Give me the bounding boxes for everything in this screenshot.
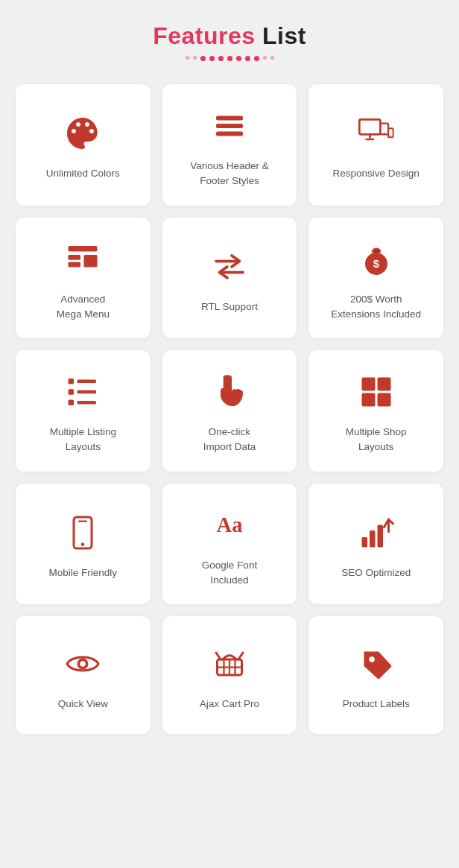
moneybag-icon: $ xyxy=(358,240,394,279)
card-product-labels-label: Product Labels xyxy=(343,697,410,712)
dot-7 xyxy=(236,56,241,61)
dot-5 xyxy=(218,56,224,61)
card-quick-view: Quick View xyxy=(15,615,151,735)
svg-rect-22 xyxy=(77,390,97,394)
card-responsive-design: Responsive Design xyxy=(308,83,444,206)
svg-rect-28 xyxy=(377,393,390,407)
dot-9 xyxy=(254,56,259,61)
svg-rect-1 xyxy=(216,124,243,128)
svg-rect-26 xyxy=(377,378,390,391)
palette-icon xyxy=(65,114,101,153)
card-rtl-support: RTL Support xyxy=(162,217,298,340)
page-wrapper: Features List Unlimited Col xyxy=(0,0,459,764)
svg-rect-35 xyxy=(377,525,383,547)
card-seo-optimized-label: SEO Optimized xyxy=(341,566,411,580)
features-header: Features List xyxy=(15,22,444,61)
svg-rect-0 xyxy=(216,116,243,121)
svg-rect-20 xyxy=(77,380,97,384)
svg-rect-5 xyxy=(365,139,374,141)
svg-rect-24 xyxy=(77,401,97,405)
svg-text:$: $ xyxy=(373,257,379,270)
svg-point-30 xyxy=(81,542,85,546)
card-header-footer-styles: Various Header &Footer Styles xyxy=(162,83,298,206)
responsive-icon xyxy=(358,114,394,153)
card-shop-layouts-label: Multiple ShopLayouts xyxy=(346,425,407,455)
card-listing-layouts: Multiple ListingLayouts xyxy=(15,349,151,472)
svg-point-9 xyxy=(390,136,391,137)
hamburger-icon xyxy=(212,107,247,145)
rtl-icon xyxy=(212,247,247,286)
card-responsive-design-label: Responsive Design xyxy=(333,166,420,181)
card-header-footer-styles-label: Various Header &Footer Styles xyxy=(190,159,269,189)
features-grid: Unlimited Colors Various Header &Footer … xyxy=(15,83,444,735)
card-unlimited-colors-label: Unlimited Colors xyxy=(46,166,120,181)
font-icon: Aa xyxy=(212,506,247,545)
header-dots-decoration xyxy=(15,56,444,61)
svg-rect-21 xyxy=(69,389,75,395)
svg-rect-23 xyxy=(69,400,75,406)
svg-rect-10 xyxy=(69,246,98,252)
card-google-font: Aa Google FontIncluded xyxy=(162,483,298,606)
card-mega-menu-label: AdvancedMega Menu xyxy=(57,292,110,323)
card-google-font-label: Google FontIncluded xyxy=(202,558,257,589)
svg-rect-25 xyxy=(361,378,375,391)
dot-10 xyxy=(263,56,267,60)
label-icon xyxy=(358,644,394,683)
title-accent: Features xyxy=(153,22,255,49)
dot-2 xyxy=(193,56,197,60)
card-rtl-support-label: RTL Support xyxy=(201,300,258,314)
seo-icon xyxy=(358,513,394,552)
svg-point-44 xyxy=(369,656,375,662)
svg-rect-19 xyxy=(69,378,75,384)
card-quick-view-label: Quick View xyxy=(58,697,108,712)
card-product-labels: Product Labels xyxy=(308,615,444,735)
svg-rect-12 xyxy=(69,262,81,267)
card-extensions-label: 200$ WorthExtensions Included xyxy=(331,292,421,323)
dot-1 xyxy=(186,56,189,60)
card-one-click-import-label: One-clickImport Data xyxy=(203,425,256,455)
dot-6 xyxy=(227,56,232,61)
oneclick-icon xyxy=(212,373,247,411)
svg-rect-13 xyxy=(84,255,98,267)
card-unlimited-colors: Unlimited Colors xyxy=(15,83,151,206)
svg-rect-2 xyxy=(216,132,243,136)
card-ajax-cart-label: Ajax Cart Pro xyxy=(200,697,259,712)
megamenu-icon xyxy=(65,240,101,279)
svg-point-38 xyxy=(80,661,86,667)
card-mega-menu: AdvancedMega Menu xyxy=(15,217,151,340)
svg-rect-31 xyxy=(78,520,87,522)
card-one-click-import: One-clickImport Data xyxy=(162,349,298,472)
dot-4 xyxy=(209,56,215,61)
card-shop-layouts: Multiple ShopLayouts xyxy=(308,349,444,472)
svg-point-17 xyxy=(373,249,379,253)
svg-rect-34 xyxy=(370,530,376,548)
title-bold: List xyxy=(262,22,306,49)
shoplayout-icon xyxy=(358,373,394,411)
listlayout-icon xyxy=(65,373,101,411)
cart-icon xyxy=(212,644,247,683)
page-title: Features List xyxy=(15,22,444,50)
card-extensions: $ 200$ WorthExtensions Included xyxy=(308,217,444,340)
mobile-icon xyxy=(65,513,101,552)
dot-3 xyxy=(200,56,206,61)
svg-rect-3 xyxy=(359,119,380,134)
eye-icon xyxy=(65,644,101,683)
svg-text:Aa: Aa xyxy=(217,513,243,536)
svg-rect-11 xyxy=(69,255,81,260)
card-mobile-friendly-label: Mobile Friendly xyxy=(49,566,118,580)
svg-rect-27 xyxy=(361,393,375,407)
card-seo-optimized: SEO Optimized xyxy=(308,483,444,606)
svg-point-7 xyxy=(383,133,384,134)
dot-11 xyxy=(270,56,274,60)
svg-rect-33 xyxy=(361,537,367,548)
card-mobile-friendly: Mobile Friendly xyxy=(15,483,151,606)
card-listing-layouts-label: Multiple ListingLayouts xyxy=(50,425,116,455)
dot-8 xyxy=(245,56,250,61)
card-ajax-cart: Ajax Cart Pro xyxy=(162,615,298,735)
